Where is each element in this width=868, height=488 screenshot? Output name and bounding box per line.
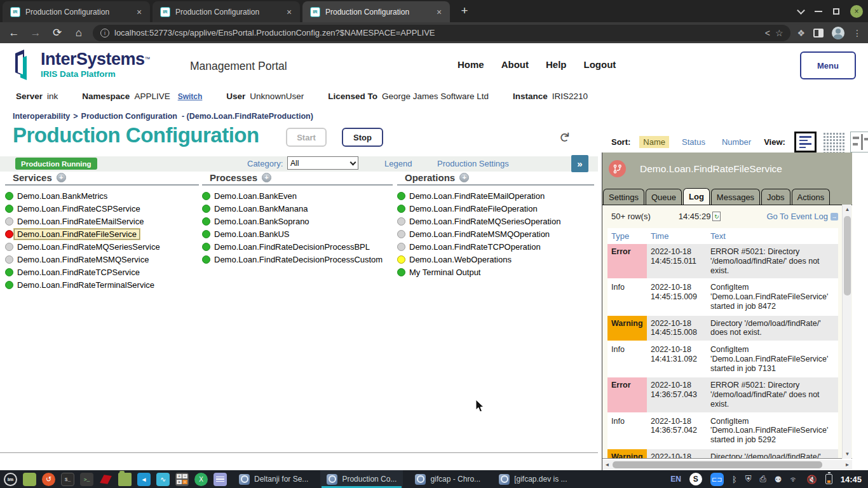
zoom-tray-icon[interactable]: ⊏⊐ <box>710 473 724 486</box>
nav-help-link[interactable]: Help <box>546 59 567 70</box>
config-item-label[interactable]: Demo.Loan.FindRateTCPService <box>17 268 140 277</box>
config-item-label[interactable]: Demo.Loan.FindRateFileOperation <box>409 204 538 214</box>
browser-tab-2[interactable]: IR Production Configuration × <box>153 1 300 22</box>
user-tray-icon[interactable]: ⚉ <box>775 475 782 484</box>
window-chevron-icon[interactable] <box>797 6 805 15</box>
terminal-alt-icon[interactable]: >_ <box>80 473 93 486</box>
new-tab-button[interactable]: + <box>456 4 473 18</box>
config-item-label[interactable]: Demo.Loan.FindRateMSMQService <box>17 255 149 264</box>
share-icon[interactable]: < <box>765 28 770 38</box>
code-editor-icon[interactable]: ◄ <box>137 473 151 486</box>
site-info-icon[interactable]: i <box>100 29 109 37</box>
config-item[interactable]: Demo.Loan.FindRateEMailOperation <box>397 189 594 202</box>
config-item-label[interactable]: Demo.Loan.FindRateEMailOperation <box>409 191 545 201</box>
mint-menu-icon[interactable]: lm <box>4 473 17 486</box>
red-app-icon[interactable] <box>99 473 112 486</box>
calculator-icon[interactable]: +−×= <box>175 473 189 486</box>
scrollbar-thumb[interactable] <box>613 461 822 468</box>
col-header-type[interactable]: Type <box>607 228 647 244</box>
go-to-event-log-link[interactable]: Go To Event Log→ <box>766 212 838 221</box>
terminal-icon[interactable]: $_ <box>61 473 74 486</box>
config-item[interactable]: Demo.Loan.FindRateMSMQOperation <box>397 227 594 240</box>
config-item-label[interactable]: Demo.Loan.FindRateTCPOperation <box>409 242 541 252</box>
config-item[interactable]: Demo.Loan.FindRateTCPOperation <box>397 240 594 253</box>
config-item[interactable]: Demo.Loan.FindRateDecisionProcessBPL <box>202 240 393 253</box>
x-server-icon[interactable]: X <box>194 473 208 486</box>
config-item-label[interactable]: My Terminal Output <box>409 268 480 277</box>
home-button[interactable]: ⌂ <box>71 27 86 39</box>
config-item[interactable]: Demo.Loan.BankSoprano <box>202 215 393 227</box>
breadcrumb-interoperability-link[interactable]: Interoperability <box>13 112 70 121</box>
show-desktop-icon[interactable] <box>23 473 36 486</box>
skype-tray-icon[interactable]: S <box>689 473 702 485</box>
config-item-label[interactable]: Demo.Loan.BankMetrics <box>17 191 107 201</box>
taskbar-window-deltanji[interactable]: Deltanji for Se... <box>233 470 315 488</box>
bookmark-star-icon[interactable]: ☆ <box>775 28 783 38</box>
browser-tab-1[interactable]: IR Production Configuration × <box>3 1 150 22</box>
config-item-label[interactable]: Demo.Loan.FindRateCSPService <box>17 204 140 214</box>
config-item[interactable]: Demo.Loan.BankMetrics <box>5 189 199 202</box>
browser-menu-kebab-icon[interactable]: ⋮ <box>853 28 862 38</box>
config-item[interactable]: Demo.Loan.FindRateMQSeriesService <box>5 240 199 253</box>
panel-horizontal-scrollbar[interactable]: ◄ ► <box>602 460 852 470</box>
config-item[interactable]: Demo.Loan.FindRateTCPService <box>5 266 199 278</box>
sort-by-name[interactable]: Name <box>639 136 669 148</box>
legend-link[interactable]: Legend <box>384 159 412 168</box>
category-select[interactable]: All <box>287 156 358 170</box>
config-item[interactable]: Demo.Loan.FindRateFileOperation <box>397 202 594 215</box>
grid-view-icon[interactable] <box>822 132 844 152</box>
split-view-icon[interactable] <box>850 132 868 152</box>
taskbar-window-gifcap-dev[interactable]: [gifcap.dev is ... <box>492 470 573 488</box>
config-item[interactable]: Demo.Loan.WebOperations <box>397 253 594 266</box>
tab-log[interactable]: Log <box>683 188 710 205</box>
bluetooth-icon[interactable]: ᛒ <box>732 475 737 484</box>
sort-by-number[interactable]: Number <box>718 136 755 148</box>
production-settings-link[interactable]: Production Settings <box>437 159 509 168</box>
col-header-time[interactable]: Time <box>647 228 707 244</box>
config-item[interactable]: Demo.Loan.FindRateMSMQService <box>5 253 199 266</box>
tab-close-icon[interactable]: × <box>283 6 295 18</box>
scroll-up-arrow[interactable]: ▲ <box>843 205 852 214</box>
config-item[interactable]: Demo.Loan.FindRateEMailService <box>5 215 199 227</box>
add-operation-button[interactable]: + <box>459 173 469 182</box>
config-item-label[interactable]: Demo.Loan.FindRateEMailService <box>17 217 144 226</box>
tab-actions[interactable]: Actions <box>792 189 831 205</box>
config-item-label[interactable]: Demo.Loan.FindRateMSMQOperation <box>409 229 550 239</box>
tab-close-icon[interactable]: × <box>133 6 145 18</box>
scrollbar-thumb[interactable] <box>844 216 851 295</box>
back-button[interactable]: ← <box>6 27 22 39</box>
stop-button[interactable]: Stop <box>342 128 383 147</box>
file-manager-icon[interactable] <box>118 473 132 486</box>
config-item-label[interactable]: Demo.Loan.FindRateDecisionProcessCustom <box>214 255 383 264</box>
restart-app-icon[interactable]: ↺ <box>42 473 55 486</box>
config-item-label[interactable]: Demo.Loan.WebOperations <box>409 255 512 264</box>
add-process-button[interactable]: + <box>262 173 271 182</box>
config-item[interactable]: Demo.Loan.BankEven <box>202 189 393 202</box>
window-label[interactable]: gifcap - Chro... <box>430 475 480 484</box>
config-item[interactable]: Demo.Loan.FindRateDecisionProcessCustom <box>202 253 393 266</box>
config-item-label[interactable]: Demo.Loan.FindRateMQSeriesOperation <box>409 217 560 226</box>
wifi-icon[interactable]: ᯤ <box>790 475 799 484</box>
panel-vertical-scrollbar[interactable]: ▲ ▼ <box>842 205 851 459</box>
scroll-left-arrow[interactable]: ◄ <box>602 460 612 470</box>
add-service-button[interactable]: + <box>57 173 66 182</box>
taskbar-clock[interactable]: 14:45 <box>841 475 862 484</box>
event-log-link-text[interactable]: Go To Event Log <box>766 212 828 221</box>
window-close-button[interactable]: × <box>850 5 863 18</box>
tab-queue[interactable]: Queue <box>646 189 682 205</box>
config-item-label[interactable]: Demo.Loan.FindRateTerminalService <box>17 280 154 290</box>
config-item-label[interactable]: Demo.Loan.FindRateFileService <box>14 229 140 240</box>
taskbar-window-gifcap[interactable]: gifcap - Chro... <box>409 470 487 488</box>
printer-icon[interactable]: ⎙ <box>759 474 766 484</box>
refresh-icon[interactable]: ↻ <box>557 132 572 143</box>
side-panel-icon[interactable] <box>813 29 824 37</box>
address-bar[interactable]: i localhost:52773/csp/applive/EnsPortal.… <box>93 25 790 41</box>
system-monitor-icon[interactable]: ∿ <box>156 473 170 486</box>
tab-close-icon[interactable]: × <box>433 6 445 18</box>
window-label[interactable]: Deltanji for Se... <box>254 475 308 484</box>
config-item-label[interactable]: Demo.Loan.BankManana <box>214 204 308 214</box>
config-item-selected[interactable]: Demo.Loan.FindRateFileService <box>5 227 199 240</box>
window-maximize-button[interactable] <box>833 8 839 15</box>
config-item-label[interactable]: Demo.Loan.FindRateMQSeriesService <box>17 242 160 252</box>
shield-icon[interactable]: ⛨ <box>745 474 752 484</box>
